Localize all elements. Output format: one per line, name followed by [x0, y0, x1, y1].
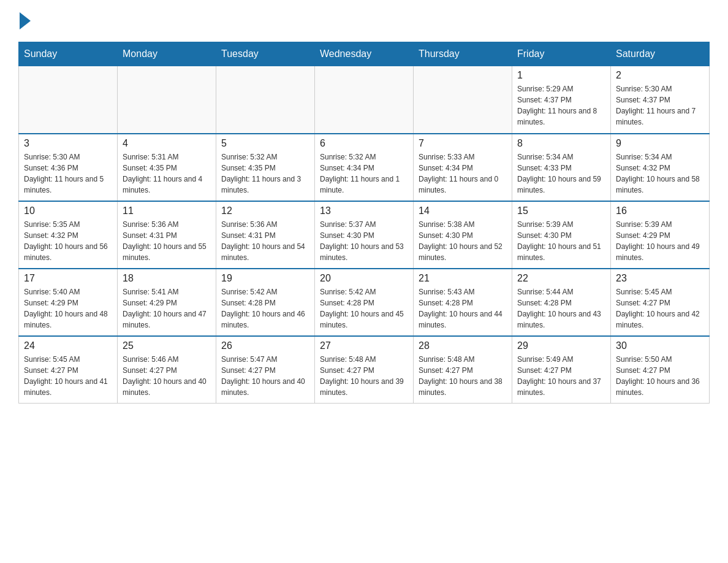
- day-number: 21: [419, 273, 507, 284]
- calendar-cell: 24Sunrise: 5:45 AMSunset: 4:27 PMDayligh…: [19, 336, 118, 404]
- calendar-week-3: 10Sunrise: 5:35 AMSunset: 4:32 PMDayligh…: [19, 201, 710, 269]
- day-number: 10: [24, 205, 112, 216]
- calendar-cell: 19Sunrise: 5:42 AMSunset: 4:28 PMDayligh…: [216, 269, 315, 336]
- calendar-cell: 11Sunrise: 5:36 AMSunset: 4:31 PMDayligh…: [118, 201, 216, 269]
- calendar-cell: 25Sunrise: 5:46 AMSunset: 4:27 PMDayligh…: [118, 336, 216, 404]
- day-info: Sunrise: 5:48 AMSunset: 4:27 PMDaylight:…: [320, 354, 408, 398]
- logo-arrow-icon: [20, 12, 31, 29]
- calendar-cell: 8Sunrise: 5:34 AMSunset: 4:33 PMDaylight…: [512, 134, 611, 201]
- weekday-header-wednesday: Wednesday: [315, 42, 414, 66]
- calendar-cell: 16Sunrise: 5:39 AMSunset: 4:29 PMDayligh…: [611, 201, 710, 269]
- day-number: 23: [616, 273, 704, 284]
- day-number: 25: [123, 340, 211, 351]
- day-number: 28: [419, 340, 507, 351]
- calendar-cell: [315, 66, 414, 134]
- day-number: 5: [221, 138, 309, 149]
- calendar-cell: 13Sunrise: 5:37 AMSunset: 4:30 PMDayligh…: [315, 201, 414, 269]
- day-number: 13: [320, 205, 408, 216]
- calendar-cell: 29Sunrise: 5:49 AMSunset: 4:27 PMDayligh…: [512, 336, 611, 404]
- weekday-header-monday: Monday: [118, 42, 216, 66]
- calendar-cell: 4Sunrise: 5:31 AMSunset: 4:35 PMDaylight…: [118, 134, 216, 201]
- calendar-week-1: 1Sunrise: 5:29 AMSunset: 4:37 PMDaylight…: [19, 66, 710, 134]
- day-info: Sunrise: 5:34 AMSunset: 4:32 PMDaylight:…: [616, 151, 704, 196]
- calendar-cell: 14Sunrise: 5:38 AMSunset: 4:30 PMDayligh…: [414, 201, 512, 269]
- day-number: 30: [616, 340, 704, 351]
- calendar-cell: 17Sunrise: 5:40 AMSunset: 4:29 PMDayligh…: [19, 269, 118, 336]
- calendar-cell: [216, 66, 315, 134]
- day-number: 8: [517, 138, 605, 149]
- day-info: Sunrise: 5:46 AMSunset: 4:27 PMDaylight:…: [123, 354, 211, 398]
- weekday-header-saturday: Saturday: [611, 42, 710, 66]
- day-number: 12: [221, 205, 309, 216]
- page-header: [18, 12, 710, 29]
- day-info: Sunrise: 5:47 AMSunset: 4:27 PMDaylight:…: [221, 354, 309, 398]
- day-info: Sunrise: 5:39 AMSunset: 4:30 PMDaylight:…: [517, 219, 605, 263]
- day-info: Sunrise: 5:40 AMSunset: 4:29 PMDaylight:…: [24, 286, 112, 331]
- calendar-cell: 5Sunrise: 5:32 AMSunset: 4:35 PMDaylight…: [216, 134, 315, 201]
- day-info: Sunrise: 5:39 AMSunset: 4:29 PMDaylight:…: [616, 219, 704, 263]
- calendar-cell: 30Sunrise: 5:50 AMSunset: 4:27 PMDayligh…: [611, 336, 710, 404]
- svg-marker-0: [20, 12, 31, 29]
- calendar-cell: 22Sunrise: 5:44 AMSunset: 4:28 PMDayligh…: [512, 269, 611, 336]
- day-info: Sunrise: 5:41 AMSunset: 4:29 PMDaylight:…: [123, 286, 211, 331]
- calendar-week-4: 17Sunrise: 5:40 AMSunset: 4:29 PMDayligh…: [19, 269, 710, 336]
- calendar-cell: 20Sunrise: 5:42 AMSunset: 4:28 PMDayligh…: [315, 269, 414, 336]
- day-number: 20: [320, 273, 408, 284]
- day-info: Sunrise: 5:30 AMSunset: 4:36 PMDaylight:…: [24, 151, 112, 196]
- day-info: Sunrise: 5:48 AMSunset: 4:27 PMDaylight:…: [419, 354, 507, 398]
- day-info: Sunrise: 5:32 AMSunset: 4:34 PMDaylight:…: [320, 151, 408, 196]
- calendar-cell: 18Sunrise: 5:41 AMSunset: 4:29 PMDayligh…: [118, 269, 216, 336]
- calendar-cell: 9Sunrise: 5:34 AMSunset: 4:32 PMDaylight…: [611, 134, 710, 201]
- day-number: 3: [24, 138, 112, 149]
- day-info: Sunrise: 5:34 AMSunset: 4:33 PMDaylight:…: [517, 151, 605, 196]
- day-number: 24: [24, 340, 112, 351]
- day-info: Sunrise: 5:45 AMSunset: 4:27 PMDaylight:…: [616, 286, 704, 331]
- day-info: Sunrise: 5:43 AMSunset: 4:28 PMDaylight:…: [419, 286, 507, 331]
- day-info: Sunrise: 5:30 AMSunset: 4:37 PMDaylight:…: [616, 83, 704, 128]
- day-info: Sunrise: 5:33 AMSunset: 4:34 PMDaylight:…: [419, 151, 507, 196]
- calendar-week-5: 24Sunrise: 5:45 AMSunset: 4:27 PMDayligh…: [19, 336, 710, 404]
- day-number: 22: [517, 273, 605, 284]
- calendar-cell: 6Sunrise: 5:32 AMSunset: 4:34 PMDaylight…: [315, 134, 414, 201]
- calendar-week-2: 3Sunrise: 5:30 AMSunset: 4:36 PMDaylight…: [19, 134, 710, 201]
- day-number: 16: [616, 205, 704, 216]
- calendar-cell: 26Sunrise: 5:47 AMSunset: 4:27 PMDayligh…: [216, 336, 315, 404]
- calendar-cell: 12Sunrise: 5:36 AMSunset: 4:31 PMDayligh…: [216, 201, 315, 269]
- weekday-header-tuesday: Tuesday: [216, 42, 315, 66]
- day-info: Sunrise: 5:29 AMSunset: 4:37 PMDaylight:…: [517, 83, 605, 128]
- logo: [18, 12, 31, 29]
- calendar-cell: 21Sunrise: 5:43 AMSunset: 4:28 PMDayligh…: [414, 269, 512, 336]
- weekday-header-friday: Friday: [512, 42, 611, 66]
- day-info: Sunrise: 5:50 AMSunset: 4:27 PMDaylight:…: [616, 354, 704, 398]
- day-info: Sunrise: 5:42 AMSunset: 4:28 PMDaylight:…: [320, 286, 408, 331]
- day-number: 19: [221, 273, 309, 284]
- day-number: 14: [419, 205, 507, 216]
- day-number: 15: [517, 205, 605, 216]
- calendar-cell: 7Sunrise: 5:33 AMSunset: 4:34 PMDaylight…: [414, 134, 512, 201]
- day-number: 26: [221, 340, 309, 351]
- day-info: Sunrise: 5:37 AMSunset: 4:30 PMDaylight:…: [320, 219, 408, 263]
- calendar-cell: 28Sunrise: 5:48 AMSunset: 4:27 PMDayligh…: [414, 336, 512, 404]
- day-info: Sunrise: 5:45 AMSunset: 4:27 PMDaylight:…: [24, 354, 112, 398]
- calendar-cell: 1Sunrise: 5:29 AMSunset: 4:37 PMDaylight…: [512, 66, 611, 134]
- day-info: Sunrise: 5:36 AMSunset: 4:31 PMDaylight:…: [221, 219, 309, 263]
- day-info: Sunrise: 5:38 AMSunset: 4:30 PMDaylight:…: [419, 219, 507, 263]
- calendar-cell: 2Sunrise: 5:30 AMSunset: 4:37 PMDaylight…: [611, 66, 710, 134]
- day-info: Sunrise: 5:35 AMSunset: 4:32 PMDaylight:…: [24, 219, 112, 263]
- calendar-cell: 3Sunrise: 5:30 AMSunset: 4:36 PMDaylight…: [19, 134, 118, 201]
- day-number: 29: [517, 340, 605, 351]
- day-number: 18: [123, 273, 211, 284]
- day-number: 9: [616, 138, 704, 149]
- day-number: 2: [616, 70, 704, 81]
- day-info: Sunrise: 5:44 AMSunset: 4:28 PMDaylight:…: [517, 286, 605, 331]
- day-number: 6: [320, 138, 408, 149]
- weekday-header-sunday: Sunday: [19, 42, 118, 66]
- day-number: 27: [320, 340, 408, 351]
- calendar-cell: 10Sunrise: 5:35 AMSunset: 4:32 PMDayligh…: [19, 201, 118, 269]
- day-info: Sunrise: 5:31 AMSunset: 4:35 PMDaylight:…: [123, 151, 211, 196]
- calendar-table: SundayMondayTuesdayWednesdayThursdayFrid…: [18, 42, 710, 404]
- day-number: 7: [419, 138, 507, 149]
- day-number: 17: [24, 273, 112, 284]
- calendar-cell: 23Sunrise: 5:45 AMSunset: 4:27 PMDayligh…: [611, 269, 710, 336]
- calendar-cell: [414, 66, 512, 134]
